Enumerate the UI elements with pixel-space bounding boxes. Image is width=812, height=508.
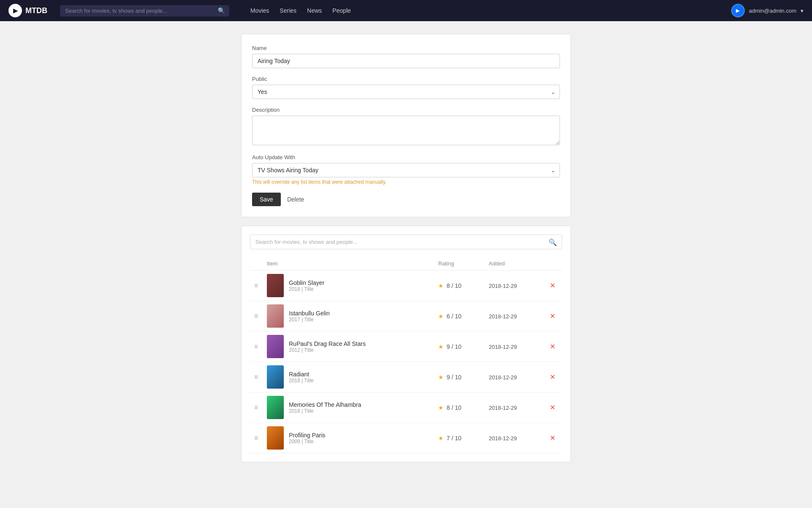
item-meta: 2018 | Title	[289, 286, 324, 292]
item-info: RuPaul's Drag Race All Stars 2012 | Titl…	[267, 335, 430, 358]
logo-icon: ▶	[8, 4, 22, 17]
drag-handle-icon[interactable]: ≡	[254, 312, 257, 320]
delete-button[interactable]: Delete	[287, 196, 304, 203]
save-button[interactable]: Save	[252, 193, 281, 206]
item-info: Istanbullu Gelin 2017 | Title	[267, 304, 430, 328]
item-poster	[267, 396, 284, 419]
item-info: Goblin Slayer 2018 | Title	[267, 274, 430, 297]
item-title: Memories Of The Alhambra	[289, 401, 361, 408]
auto-update-select[interactable]: TV Shows Airing Today	[252, 163, 560, 177]
item-details: Istanbullu Gelin 2017 | Title	[289, 310, 330, 323]
auto-update-label: Auto Update With	[252, 154, 560, 160]
item-meta: 2017 | Title	[289, 317, 330, 323]
nav-news[interactable]: News	[307, 7, 322, 14]
description-label: Description	[252, 107, 560, 113]
item-poster	[267, 304, 284, 328]
star-icon: ★	[438, 282, 444, 289]
header-search-input[interactable]	[60, 5, 229, 17]
description-textarea[interactable]	[252, 116, 560, 145]
star-icon: ★	[438, 435, 444, 442]
name-input[interactable]	[252, 54, 560, 68]
rating-value: 9 / 10	[447, 343, 461, 350]
drag-handle-icon[interactable]: ≡	[254, 404, 257, 411]
drag-handle-icon[interactable]: ≡	[254, 373, 257, 381]
item-info: Profiling Paris 2009 | Title	[267, 426, 430, 450]
rating-value: 8 / 10	[447, 282, 461, 289]
rating-cell: ★ 8 / 10	[434, 392, 485, 423]
table-row: ≡ Goblin Slayer 2018 | Title ★ 8 / 10 20…	[250, 271, 562, 301]
items-table: Item Rating Added ≡ Goblin Slayer 2018 |…	[250, 257, 562, 453]
added-date: 2018-12-29	[489, 374, 517, 381]
col-item-header: Item	[263, 257, 434, 271]
list-search-icon: 🔍	[549, 238, 557, 246]
rating-value: 6 / 10	[447, 313, 461, 320]
remove-button[interactable]: ✕	[547, 281, 558, 290]
public-select[interactable]: Yes No	[252, 85, 560, 99]
remove-button[interactable]: ✕	[547, 311, 558, 321]
rating-value: 7 / 10	[447, 435, 461, 442]
col-rating-header: Rating	[434, 257, 485, 271]
star-icon: ★	[438, 313, 444, 320]
drag-handle-icon[interactable]: ≡	[254, 343, 257, 350]
nav-people[interactable]: People	[332, 7, 351, 14]
col-drag	[250, 257, 263, 271]
name-label: Name	[252, 45, 560, 51]
remove-button[interactable]: ✕	[547, 342, 558, 351]
item-title: RuPaul's Drag Race All Stars	[289, 340, 366, 347]
header-nav: Movies Series News People	[250, 7, 351, 14]
header: ▶ MTDB 🔍 Movies Series News People ▶ adm…	[0, 0, 812, 21]
nav-series[interactable]: Series	[280, 7, 296, 14]
public-group: Public Yes No ⌄	[252, 76, 560, 99]
added-date: 2018-12-29	[489, 405, 517, 411]
list-search-input[interactable]	[250, 235, 562, 249]
table-row: ≡ RuPaul's Drag Race All Stars 2012 | Ti…	[250, 331, 562, 362]
drag-handle-icon[interactable]: ≡	[254, 434, 257, 442]
description-group: Description	[252, 107, 560, 146]
rating-value: 8 / 10	[447, 404, 461, 411]
list-search-wrapper: 🔍	[250, 235, 562, 249]
item-details: Memories Of The Alhambra 2018 | Title	[289, 401, 361, 414]
public-label: Public	[252, 76, 560, 82]
added-date: 2018-12-29	[489, 344, 517, 350]
header-search-icon: 🔍	[218, 7, 225, 14]
table-row: ≡ Radiant 2018 | Title ★ 9 / 10 2018-12-…	[250, 362, 562, 392]
item-meta: 2018 | Title	[289, 378, 314, 384]
star-icon: ★	[438, 343, 444, 350]
auto-update-group: Auto Update With TV Shows Airing Today ⌄…	[252, 154, 560, 185]
star-icon: ★	[438, 374, 444, 381]
public-select-wrapper: Yes No ⌄	[252, 85, 560, 99]
rating-value: 9 / 10	[447, 374, 461, 381]
item-meta: 2012 | Title	[289, 347, 366, 353]
main-content: Name Public Yes No ⌄ Description Auto Up…	[233, 34, 579, 462]
user-menu[interactable]: ▶ admin@admin.com ▾	[731, 4, 804, 17]
item-poster	[267, 335, 284, 358]
added-date: 2018-12-29	[489, 283, 517, 289]
list-items-panel: 🔍 Item Rating Added ≡	[241, 226, 571, 462]
item-poster	[267, 274, 284, 297]
item-title: Goblin Slayer	[289, 279, 324, 286]
added-date: 2018-12-29	[489, 435, 517, 442]
item-meta: 2018 | Title	[289, 408, 361, 414]
table-row: ≡ Profiling Paris 2009 | Title ★ 7 / 10 …	[250, 423, 562, 453]
remove-button[interactable]: ✕	[547, 403, 558, 412]
drag-handle-icon[interactable]: ≡	[254, 282, 257, 289]
user-dropdown-icon: ▾	[801, 8, 804, 14]
rating-cell: ★ 6 / 10	[434, 301, 485, 331]
item-info: Radiant 2018 | Title	[267, 365, 430, 389]
rating-cell: ★ 9 / 10	[434, 362, 485, 392]
item-info: Memories Of The Alhambra 2018 | Title	[267, 396, 430, 419]
user-email: admin@admin.com	[749, 8, 796, 14]
rating-cell: ★ 7 / 10	[434, 423, 485, 453]
star-icon: ★	[438, 404, 444, 411]
added-date: 2018-12-29	[489, 313, 517, 320]
site-logo[interactable]: ▶ MTDB	[8, 4, 47, 17]
remove-button[interactable]: ✕	[547, 433, 558, 443]
item-title: Radiant	[289, 371, 314, 378]
remove-button[interactable]: ✕	[547, 372, 558, 382]
item-poster	[267, 365, 284, 389]
name-group: Name	[252, 45, 560, 68]
logo-text: MTDB	[25, 6, 47, 15]
item-meta: 2009 | Title	[289, 439, 325, 444]
edit-list-panel: Name Public Yes No ⌄ Description Auto Up…	[241, 34, 571, 217]
nav-movies[interactable]: Movies	[250, 7, 269, 14]
